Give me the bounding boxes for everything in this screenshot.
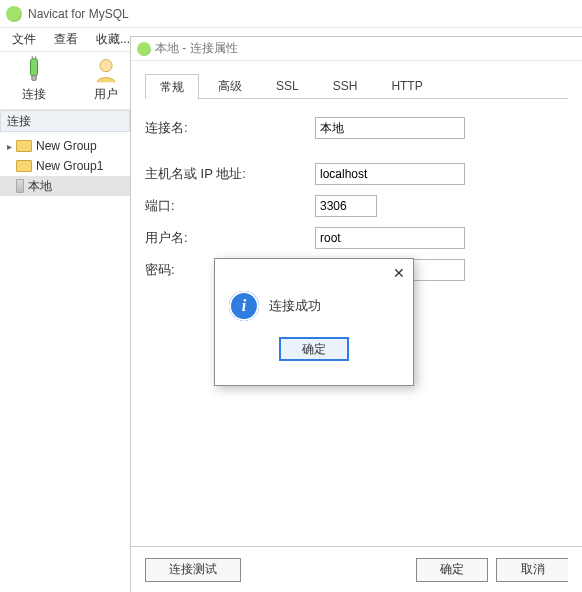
tab-ssh[interactable]: SSH — [318, 73, 373, 98]
connect-button[interactable]: 连接 — [12, 56, 56, 103]
close-icon[interactable]: ✕ — [391, 265, 407, 281]
database-icon — [16, 179, 24, 193]
tree-label: New Group — [36, 139, 97, 153]
svg-rect-0 — [31, 59, 38, 77]
sidebar-header-label: 连接 — [7, 113, 31, 130]
cancel-button[interactable]: 取消 — [496, 558, 568, 582]
port-input[interactable] — [315, 195, 377, 217]
username-input[interactable] — [315, 227, 465, 249]
label-user: 用户名: — [145, 229, 315, 247]
dialog-title: 本地 - 连接属性 — [155, 40, 238, 57]
test-connection-button[interactable]: 连接测试 — [145, 558, 241, 582]
svg-rect-1 — [32, 75, 36, 80]
form-general: 连接名: 主机名或 IP 地址: 端口: 用户名: 密码: — [145, 99, 568, 281]
tab-advanced[interactable]: 高级 — [203, 73, 257, 98]
app-title: Navicat for MySQL — [28, 7, 129, 21]
label-port: 端口: — [145, 197, 315, 215]
user-button[interactable]: 用户 — [84, 56, 128, 103]
connection-name-input[interactable] — [315, 117, 465, 139]
host-input[interactable] — [315, 163, 465, 185]
tree-label: New Group1 — [36, 159, 103, 173]
messagebox: ✕ 连接成功 确定 — [214, 258, 414, 386]
sidebar: ▸ New Group New Group1 本地 — [0, 132, 130, 592]
plug-icon — [20, 56, 48, 84]
tab-bar: 常规 高级 SSL SSH HTTP — [145, 73, 568, 99]
dialog-footer: 连接测试 确定 取消 — [131, 546, 582, 592]
app-icon — [6, 6, 22, 22]
main-titlebar: Navicat for MySQL — [0, 0, 582, 28]
user-label: 用户 — [94, 86, 118, 103]
tab-ssl[interactable]: SSL — [261, 73, 314, 98]
app-icon — [137, 42, 151, 56]
folder-icon — [16, 140, 32, 152]
connection-tree: ▸ New Group New Group1 本地 — [0, 132, 130, 200]
messagebox-titlebar: ✕ — [215, 259, 413, 287]
messagebox-ok-button[interactable]: 确定 — [279, 337, 349, 361]
label-host: 主机名或 IP 地址: — [145, 165, 315, 183]
label-connection-name: 连接名: — [145, 119, 315, 137]
tab-http[interactable]: HTTP — [376, 73, 437, 98]
tree-row-group[interactable]: ▸ New Group — [0, 136, 130, 156]
tree-row-connection[interactable]: 本地 — [0, 176, 130, 196]
tree-row-group[interactable]: New Group1 — [0, 156, 130, 176]
tree-label: 本地 — [28, 178, 52, 195]
messagebox-body: 连接成功 — [215, 287, 413, 331]
chevron-right-icon[interactable]: ▸ — [4, 141, 14, 152]
info-icon — [229, 291, 259, 321]
dialog-titlebar: 本地 - 连接属性 — [131, 37, 582, 61]
menu-view[interactable]: 查看 — [54, 31, 78, 48]
menu-favorites[interactable]: 收藏... — [96, 31, 130, 48]
tab-general[interactable]: 常规 — [145, 74, 199, 99]
svg-point-4 — [100, 60, 112, 72]
sidebar-header: 连接 — [0, 110, 130, 132]
messagebox-text: 连接成功 — [269, 297, 321, 315]
folder-icon — [16, 160, 32, 172]
messagebox-footer: 确定 — [215, 331, 413, 361]
connect-label: 连接 — [22, 86, 46, 103]
menu-file[interactable]: 文件 — [12, 31, 36, 48]
ok-button[interactable]: 确定 — [416, 558, 488, 582]
user-icon — [92, 56, 120, 84]
